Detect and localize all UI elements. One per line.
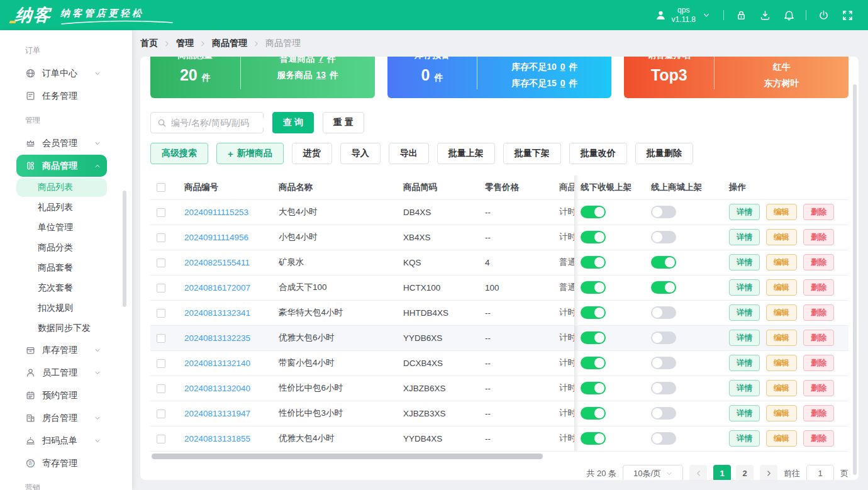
page-number-1[interactable]: 1 (713, 465, 731, 481)
sidebar-item-房台管理[interactable]: 房台管理 (16, 407, 107, 429)
detail-button[interactable]: 详情 (729, 279, 760, 296)
power-icon[interactable] (816, 8, 830, 22)
导入-button[interactable]: 导入 (340, 143, 381, 164)
sidebar-item-库存管理[interactable]: 库存管理 (16, 339, 107, 361)
edit-button[interactable]: 编辑 (766, 380, 797, 396)
sidebar-subitem-单位管理[interactable]: 单位管理 (16, 218, 107, 237)
detail-button[interactable]: 详情 (729, 330, 760, 346)
批量下架-button[interactable]: 批量下架 (503, 143, 561, 164)
offline-shelf-toggle[interactable] (581, 331, 606, 344)
reset-button[interactable]: 重 置 (323, 112, 364, 133)
select-all-checkbox[interactable] (157, 183, 165, 192)
stat-detail-value[interactable]: 0 (560, 62, 565, 72)
table-horizontal-scrollbar[interactable] (152, 454, 543, 459)
edit-button[interactable]: 编辑 (766, 254, 797, 270)
sidebar-subitem-商品套餐[interactable]: 商品套餐 (16, 259, 107, 277)
sidebar-subitem-礼品列表[interactable]: 礼品列表 (16, 198, 107, 217)
edit-button[interactable]: 编辑 (766, 430, 797, 447)
delete-button[interactable]: 删除 (803, 204, 834, 220)
sidebar-subitem-充次套餐[interactable]: 充次套餐 (16, 279, 107, 298)
edit-button[interactable]: 编辑 (766, 405, 797, 421)
edit-button[interactable]: 编辑 (766, 204, 797, 220)
edit-button[interactable]: 编辑 (766, 229, 797, 245)
product-code-link[interactable]: 20240813131855 (184, 434, 250, 443)
delete-button[interactable]: 删除 (803, 380, 834, 396)
product-code-link[interactable]: 20240813132235 (184, 333, 250, 343)
sidebar-item-预约管理[interactable]: 预约管理 (16, 384, 107, 406)
online-shelf-toggle[interactable] (651, 306, 676, 319)
sidebar-subitem-数据同步下发[interactable]: 数据同步下发 (16, 319, 107, 338)
批量改价-button[interactable]: 批量改价 (569, 143, 627, 164)
sidebar-subitem-扣次规则[interactable]: 扣次规则 (16, 299, 107, 318)
stat-detail-value[interactable]: 0 (560, 78, 565, 88)
online-shelf-toggle[interactable] (651, 382, 676, 394)
offline-shelf-toggle[interactable] (581, 432, 606, 445)
prev-page-button[interactable] (689, 465, 707, 481)
sidebar-item-商品管理[interactable]: 商品管理 (16, 155, 107, 177)
offline-shelf-toggle[interactable] (581, 206, 606, 218)
row-checkbox[interactable] (157, 309, 165, 318)
fullscreen-icon[interactable] (840, 8, 854, 22)
detail-button[interactable]: 详情 (729, 355, 760, 371)
delete-button[interactable]: 删除 (803, 405, 834, 421)
offline-shelf-toggle[interactable] (581, 281, 606, 294)
sidebar-subitem-商品分类[interactable]: 商品分类 (16, 238, 107, 257)
row-checkbox[interactable] (157, 334, 165, 343)
row-checkbox[interactable] (157, 208, 165, 217)
detail-button[interactable]: 详情 (729, 380, 760, 396)
delete-button[interactable]: 删除 (803, 279, 834, 296)
row-checkbox[interactable] (157, 435, 165, 443)
sidebar-scrollbar[interactable] (123, 191, 126, 307)
online-shelf-toggle[interactable] (651, 231, 676, 243)
product-code-link[interactable]: 20240813132341 (184, 308, 250, 318)
row-checkbox[interactable] (157, 259, 165, 267)
online-shelf-toggle[interactable] (651, 256, 676, 269)
批量删除-button[interactable]: 批量删除 (635, 143, 693, 164)
page-size-select[interactable]: 10条/页 (623, 465, 683, 481)
user-menu[interactable]: qps v1.11.8 (654, 6, 713, 25)
row-checkbox[interactable] (157, 284, 165, 292)
sidebar-item-员工管理[interactable]: 员工管理 (16, 362, 107, 384)
page-number-2[interactable]: 2 (736, 465, 754, 481)
product-code-link[interactable]: 20240813132140 (184, 359, 250, 368)
sidebar-subitem-商品列表[interactable]: 商品列表 (16, 178, 107, 197)
product-code-link[interactable]: 20240911115253 (184, 208, 248, 217)
offline-shelf-toggle[interactable] (581, 256, 606, 269)
offline-shelf-toggle[interactable] (581, 231, 606, 243)
goto-page-input[interactable] (806, 465, 834, 481)
offline-shelf-toggle[interactable] (581, 357, 606, 369)
bell-icon[interactable] (782, 8, 796, 22)
product-code-link[interactable]: 20240911114956 (184, 233, 248, 242)
delete-button[interactable]: 删除 (803, 304, 834, 321)
row-checkbox[interactable] (157, 384, 165, 393)
delete-button[interactable]: 删除 (803, 430, 834, 447)
offline-shelf-toggle[interactable] (581, 306, 606, 319)
edit-button[interactable]: 编辑 (766, 304, 797, 321)
detail-button[interactable]: 详情 (729, 254, 760, 270)
online-shelf-toggle[interactable] (651, 432, 676, 445)
sidebar-item-扫码点单[interactable]: 扫码点单 (16, 430, 107, 452)
stat-detail-value[interactable]: 7 (318, 57, 323, 64)
online-shelf-toggle[interactable] (651, 407, 676, 420)
breadcrumb-item[interactable]: 商品管理 (212, 38, 247, 49)
online-shelf-toggle[interactable] (651, 281, 676, 294)
panel-vertical-scrollbar[interactable] (853, 84, 857, 475)
breadcrumb-item[interactable]: 管理 (176, 38, 194, 49)
row-checkbox[interactable] (157, 359, 165, 368)
product-code-link[interactable]: 20240813132040 (184, 384, 250, 393)
delete-button[interactable]: 删除 (803, 355, 834, 371)
sidebar-item-任务管理[interactable]: 任务管理 (16, 85, 107, 107)
product-code-link[interactable]: 20240816172007 (184, 283, 250, 292)
stat-detail-value[interactable]: 13 (316, 70, 326, 80)
product-code-link[interactable]: 20240825155411 (184, 258, 250, 267)
delete-button[interactable]: 删除 (803, 229, 834, 245)
批量上架-button[interactable]: 批量上架 (437, 143, 495, 164)
online-shelf-toggle[interactable] (651, 357, 676, 369)
edit-button[interactable]: 编辑 (766, 279, 797, 296)
online-shelf-toggle[interactable] (651, 331, 676, 344)
download-icon[interactable] (758, 8, 772, 22)
row-checkbox[interactable] (157, 233, 165, 242)
search-input[interactable] (171, 118, 285, 128)
delete-button[interactable]: 删除 (803, 254, 834, 270)
edit-button[interactable]: 编辑 (766, 355, 797, 371)
